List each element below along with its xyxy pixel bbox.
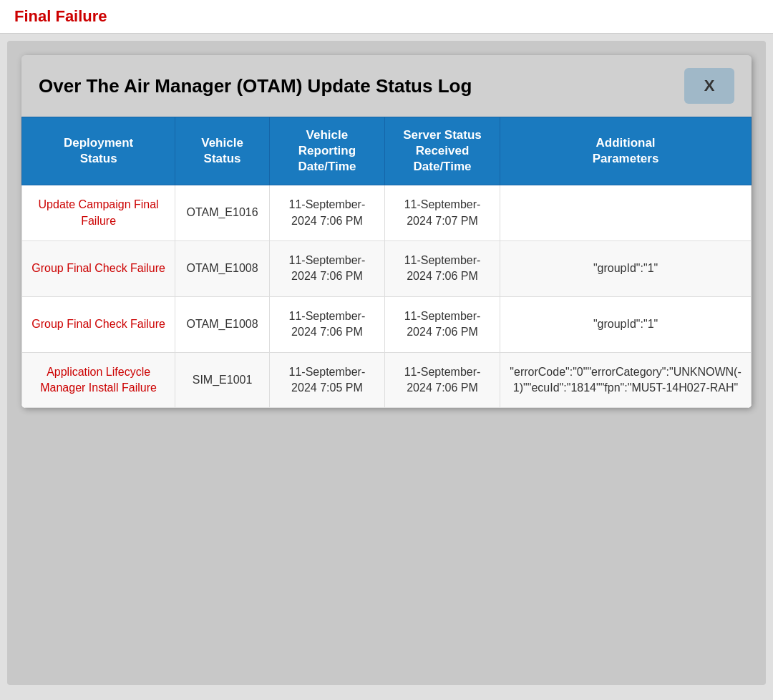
cell-vehicle-reporting-datetime: 11-September-2024 7:06 PM bbox=[269, 296, 384, 352]
modal-overlay: Over The Air Manager (OTAM) Update Statu… bbox=[7, 41, 766, 685]
cell-server-status-datetime: 11-September-2024 7:06 PM bbox=[384, 241, 500, 297]
col-header-vehicle-status: Vehicle Status bbox=[175, 117, 270, 185]
cell-deployment-status: Group Final Check Failure bbox=[22, 241, 175, 297]
cell-vehicle-status: OTAM_E1008 bbox=[175, 241, 270, 297]
cell-vehicle-reporting-datetime: 11-September-2024 7:06 PM bbox=[269, 241, 384, 297]
cell-deployment-status: Update Campaign Final Failure bbox=[22, 185, 175, 241]
col-header-vehicle-reporting: VehicleReportingDate/Time bbox=[269, 117, 384, 185]
cell-vehicle-status: SIM_E1001 bbox=[175, 352, 270, 408]
status-table: DeploymentStatus Vehicle Status VehicleR… bbox=[21, 117, 752, 408]
cell-server-status-datetime: 11-September-2024 7:06 PM bbox=[384, 352, 500, 408]
table-row: Group Final Check FailureOTAM_E100811-Se… bbox=[22, 296, 752, 352]
cell-vehicle-status: OTAM_E1008 bbox=[175, 296, 270, 352]
modal-header: Over The Air Manager (OTAM) Update Statu… bbox=[21, 55, 752, 117]
cell-vehicle-status: OTAM_E1016 bbox=[175, 185, 270, 241]
table-row: Group Final Check FailureOTAM_E100811-Se… bbox=[22, 241, 752, 297]
col-header-deployment: DeploymentStatus bbox=[22, 117, 175, 185]
col-header-additional: AdditionalParameters bbox=[500, 117, 752, 185]
cell-additional-parameters bbox=[500, 185, 752, 241]
cell-additional-parameters: "groupId":"1" bbox=[500, 296, 752, 352]
close-button[interactable]: X bbox=[684, 68, 734, 104]
cell-additional-parameters: "groupId":"1" bbox=[500, 241, 752, 297]
table-row: Application Lifecycle Manager Install Fa… bbox=[22, 352, 752, 408]
modal-title: Over The Air Manager (OTAM) Update Statu… bbox=[39, 75, 472, 97]
cell-vehicle-reporting-datetime: 11-September-2024 7:06 PM bbox=[269, 185, 384, 241]
top-bar: Final Failure bbox=[0, 0, 773, 34]
cell-vehicle-reporting-datetime: 11-September-2024 7:05 PM bbox=[269, 352, 384, 408]
col-header-server-status: Server StatusReceivedDate/Time bbox=[384, 117, 500, 185]
table-row: Update Campaign Final FailureOTAM_E10161… bbox=[22, 185, 752, 241]
cell-deployment-status: Group Final Check Failure bbox=[22, 296, 175, 352]
modal-container: Over The Air Manager (OTAM) Update Statu… bbox=[21, 55, 752, 408]
cell-server-status-datetime: 11-September-2024 7:06 PM bbox=[384, 296, 500, 352]
cell-deployment-status: Application Lifecycle Manager Install Fa… bbox=[22, 352, 175, 408]
table-header-row: DeploymentStatus Vehicle Status VehicleR… bbox=[22, 117, 752, 185]
cell-additional-parameters: "errorCode":"0""errorCategory":"UNKNOWN(… bbox=[500, 352, 752, 408]
top-bar-text: Final Failure bbox=[14, 7, 107, 25]
cell-server-status-datetime: 11-September-2024 7:07 PM bbox=[384, 185, 500, 241]
